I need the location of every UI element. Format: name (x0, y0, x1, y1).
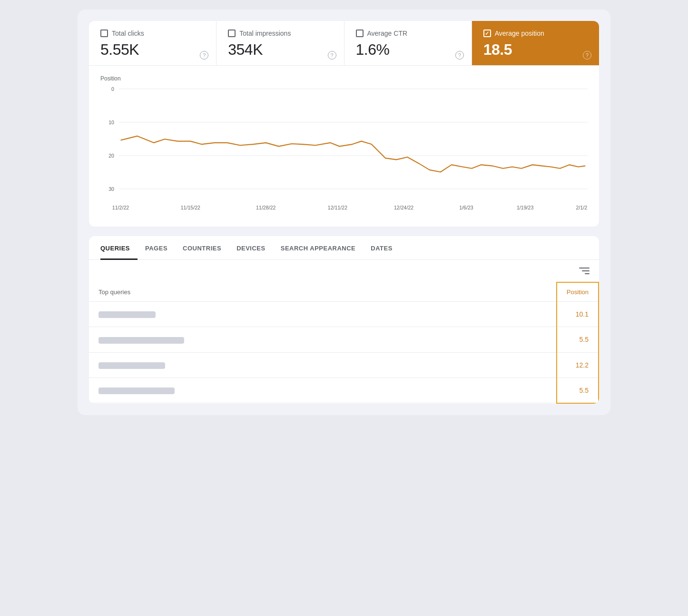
table-body: 10.1 5.5 12.2 (89, 302, 599, 403)
metric-help-impressions[interactable]: ? (328, 51, 336, 60)
metric-value-impressions: 354K (228, 41, 332, 59)
metrics-card: Total clicks 5.55K ? Total impressions 3… (89, 21, 599, 227)
svg-text:30: 30 (108, 186, 114, 192)
filter-line-2 (582, 270, 590, 271)
query-cell-4 (89, 378, 557, 403)
main-container: Total clicks 5.55K ? Total impressions 3… (78, 10, 610, 415)
metric-label-clicks: Total clicks (112, 30, 144, 37)
svg-text:11/28/22: 11/28/22 (256, 204, 275, 210)
metric-value-position: 18.5 (483, 41, 588, 59)
svg-text:2/1/23: 2/1/23 (576, 204, 588, 210)
metric-average-position[interactable]: ✓ Average position 18.5 ? (472, 21, 599, 65)
blurred-query-2 (98, 337, 184, 344)
metric-value-clicks: 5.55K (100, 41, 205, 59)
tab-devices[interactable]: DEVICES (229, 236, 273, 260)
col-header-position: Position (557, 282, 599, 302)
metric-checkbox-impressions[interactable] (228, 30, 236, 37)
table-row: 5.5 (89, 327, 599, 352)
metric-label-row-impressions: Total impressions (228, 30, 332, 37)
query-cell-1 (89, 302, 557, 327)
chart-area: Position 0 10 20 30 1 (89, 66, 599, 227)
metric-label-impressions: Total impressions (239, 30, 291, 37)
metric-label-row: Total clicks (100, 30, 205, 37)
metric-total-clicks[interactable]: Total clicks 5.55K ? (89, 21, 216, 65)
svg-text:11/15/22: 11/15/22 (181, 204, 200, 210)
filter-line-3 (585, 273, 590, 274)
position-cell-2: 5.5 (557, 327, 599, 352)
blurred-query-4 (98, 387, 175, 394)
metric-help-clicks[interactable]: ? (200, 51, 208, 60)
svg-text:11/2/22: 11/2/22 (112, 204, 129, 210)
tab-search-appearance[interactable]: SEARCH APPEARANCE (273, 236, 364, 260)
query-cell-3 (89, 352, 557, 378)
svg-text:0: 0 (111, 86, 114, 92)
table-card: QUERIES PAGES COUNTRIES DEVICES SEARCH A… (89, 236, 599, 404)
table-header: Top queries Position (89, 282, 599, 302)
svg-text:12/24/22: 12/24/22 (394, 204, 413, 210)
filter-line-1 (579, 268, 590, 268)
checkmark-icon: ✓ (485, 31, 489, 36)
position-cell-1: 10.1 (557, 302, 599, 327)
position-cell-3: 12.2 (557, 352, 599, 378)
filter-row (89, 260, 599, 282)
metric-help-position[interactable]: ? (583, 51, 591, 60)
tabs-row: QUERIES PAGES COUNTRIES DEVICES SEARCH A… (89, 236, 599, 260)
blurred-query-3 (98, 362, 165, 369)
metric-help-ctr[interactable]: ? (455, 51, 464, 60)
tab-dates[interactable]: DATES (363, 236, 400, 260)
svg-text:1/19/23: 1/19/23 (517, 204, 533, 210)
metric-total-impressions[interactable]: Total impressions 354K ? (216, 21, 344, 65)
metrics-row: Total clicks 5.55K ? Total impressions 3… (89, 21, 599, 66)
metric-label-row-position: ✓ Average position (483, 30, 588, 37)
chart-svg: 0 10 20 30 11/2/22 11/15/22 11/28/22 12/… (100, 84, 588, 217)
svg-text:10: 10 (108, 119, 114, 126)
metric-value-ctr: 1.6% (356, 41, 460, 59)
chart-wrapper: 0 10 20 30 11/2/22 11/15/22 11/28/22 12/… (100, 84, 588, 217)
metric-label-position: Average position (495, 30, 544, 37)
col-header-queries: Top queries (89, 282, 557, 302)
svg-text:1/6/23: 1/6/23 (459, 204, 473, 210)
svg-text:12/11/22: 12/11/22 (328, 204, 347, 210)
blurred-query-1 (98, 311, 156, 318)
data-table: Top queries Position 10.1 5.5 (89, 282, 599, 404)
query-cell-2 (89, 327, 557, 352)
metric-label-ctr: Average CTR (367, 30, 408, 37)
metric-checkbox-ctr[interactable] (356, 30, 364, 37)
svg-text:20: 20 (108, 153, 114, 159)
tab-queries[interactable]: QUERIES (100, 236, 138, 260)
metric-checkbox-position[interactable]: ✓ (483, 30, 491, 37)
filter-icon[interactable] (576, 266, 590, 276)
metric-average-ctr[interactable]: Average CTR 1.6% ? (344, 21, 472, 65)
tab-pages[interactable]: PAGES (138, 236, 175, 260)
metric-checkbox-clicks[interactable] (100, 30, 108, 37)
table-row: 10.1 (89, 302, 599, 327)
chart-y-label: Position (100, 75, 588, 82)
position-cell-4: 5.5 (557, 378, 599, 403)
table-row-last: 5.5 (89, 378, 599, 403)
tab-countries[interactable]: COUNTRIES (175, 236, 229, 260)
table-row: 12.2 (89, 352, 599, 378)
metric-label-row-ctr: Average CTR (356, 30, 460, 37)
